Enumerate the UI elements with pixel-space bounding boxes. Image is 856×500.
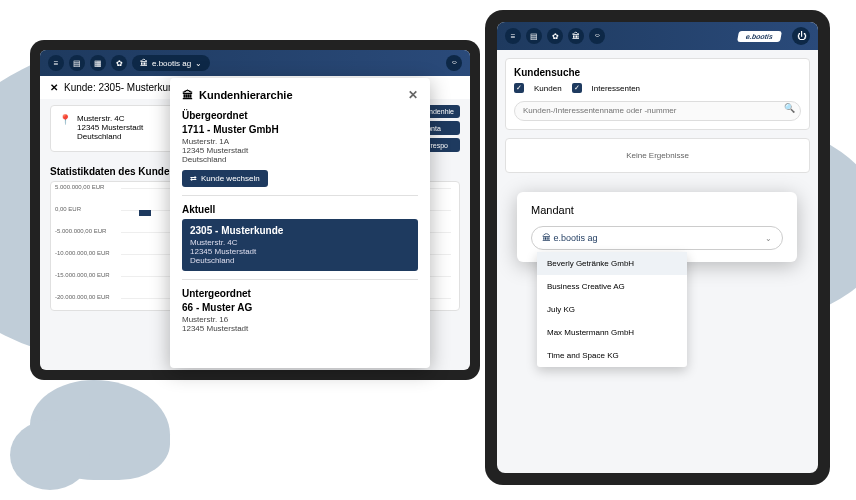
current-label: Aktuell xyxy=(182,204,418,215)
breadcrumb-text: Kunde: 2305- Musterkunde xyxy=(64,82,185,93)
screen-right: ≡ ▤ ✿ 🏛 ⌔ e.bootis ⏻ Kundensuche ✓ Kunde… xyxy=(497,22,818,473)
checkbox-customers-label: Kunden xyxy=(534,84,562,93)
tenant-selector[interactable]: 🏛 e.bootis ag ⌄ xyxy=(132,55,210,71)
mandant-dropdown: Beverly Getränke GmbH Business Creative … xyxy=(537,252,687,367)
child-label: Untergeordnet xyxy=(182,288,418,299)
y-tick: 5.000.000,00 EUR xyxy=(55,184,104,190)
current-street: Musterstr. 4C xyxy=(190,238,410,247)
mandant-dialog: Mandant 🏛 e.bootis ag ⌄ Beverly Getränke… xyxy=(517,192,797,262)
chevron-down-icon: ⌄ xyxy=(765,234,772,243)
building-icon: 🏛 xyxy=(140,59,148,68)
building-icon: 🏛 xyxy=(542,233,551,243)
search-icon[interactable]: 🔍 xyxy=(784,103,795,113)
no-results: Keine Ergebnisse xyxy=(505,138,810,173)
parent-street: Musterstr. 1A xyxy=(182,137,418,146)
menu-icon[interactable]: ≡ xyxy=(505,28,521,44)
mandant-selected: e.bootis ag xyxy=(554,233,598,243)
current-entity: 2305 - Musterkunde Musterstr. 4C 12345 M… xyxy=(182,219,418,271)
wifi-icon[interactable]: ⌔ xyxy=(589,28,605,44)
y-tick: -5.000.000,00 EUR xyxy=(55,228,106,234)
current-city: 12345 Musterstadt xyxy=(190,247,410,256)
parent-name[interactable]: 1711 - Muster GmbH xyxy=(182,124,418,135)
menu-icon[interactable]: ≡ xyxy=(48,55,64,71)
wifi-icon[interactable]: ⌔ xyxy=(446,55,462,71)
search-title: Kundensuche xyxy=(514,67,801,78)
y-tick: 0,00 EUR xyxy=(55,206,81,212)
building-icon[interactable]: 🏛 xyxy=(568,28,584,44)
calendar-icon[interactable]: ▦ xyxy=(90,55,106,71)
parent-city: 12345 Musterstadt xyxy=(182,146,418,155)
power-icon[interactable]: ⏻ xyxy=(792,27,810,45)
bank-icon: 🏛 xyxy=(182,89,193,101)
topbar-right: ≡ ▤ ✿ 🏛 ⌔ e.bootis ⏻ xyxy=(497,22,818,50)
swap-customer-button[interactable]: ⇄ Kunde wechseln xyxy=(182,170,268,187)
close-icon[interactable]: ✕ xyxy=(50,82,58,93)
checkbox-prospects[interactable]: ✓ xyxy=(572,83,582,93)
checkbox-prospects-label: Interessenten xyxy=(592,84,640,93)
y-tick: -20.000.000,00 EUR xyxy=(55,294,110,300)
mandant-option[interactable]: Beverly Getränke GmbH xyxy=(537,252,687,275)
mandant-option[interactable]: Business Creative AG xyxy=(537,275,687,298)
mandant-title: Mandant xyxy=(531,204,783,216)
mandant-option[interactable]: Max Mustermann GmbH xyxy=(537,321,687,344)
search-panel: Kundensuche ✓ Kunden ✓ Interessenten 🔍 xyxy=(505,58,810,130)
address-city: 12345 Musterstadt xyxy=(77,123,143,132)
y-tick: -10.000.000,00 EUR xyxy=(55,250,110,256)
brand-logo: e.bootis xyxy=(737,31,782,42)
hierarchy-dialog: 🏛 Kundenhierarchie ✕ Übergeordnet 1711 -… xyxy=(170,78,430,368)
y-tick: -15.000.000,00 EUR xyxy=(55,272,110,278)
current-name: 2305 - Musterkunde xyxy=(190,225,410,236)
checkbox-customers[interactable]: ✓ xyxy=(514,83,524,93)
address-street: Musterstr. 4C xyxy=(77,114,143,123)
child-street: Musterstr. 16 xyxy=(182,315,418,324)
chevron-down-icon: ⌄ xyxy=(195,59,202,68)
swap-icon: ⇄ xyxy=(190,174,197,183)
topbar: ≡ ▤ ▦ ✿ 🏛 e.bootis ag ⌄ ⌔ xyxy=(40,50,470,76)
pin-icon: 📍 xyxy=(59,114,71,143)
file-icon[interactable]: ▤ xyxy=(69,55,85,71)
tenant-label: e.bootis ag xyxy=(152,59,191,68)
mandant-select[interactable]: 🏛 e.bootis ag ⌄ xyxy=(531,226,783,250)
search-input[interactable] xyxy=(514,101,801,121)
chart-bar xyxy=(139,210,151,216)
file-icon[interactable]: ▤ xyxy=(526,28,542,44)
current-country: Deutschland xyxy=(190,256,410,265)
mandant-option[interactable]: Time and Space KG xyxy=(537,344,687,367)
mandant-option[interactable]: July KG xyxy=(537,298,687,321)
address-country: Deutschland xyxy=(77,132,143,141)
close-icon[interactable]: ✕ xyxy=(408,88,418,102)
tablet-portrait: ≡ ▤ ✿ 🏛 ⌔ e.bootis ⏻ Kundensuche ✓ Kunde… xyxy=(485,10,830,485)
child-name[interactable]: 66 - Muster AG xyxy=(182,302,418,313)
parent-country: Deutschland xyxy=(182,155,418,164)
gear-icon[interactable]: ✿ xyxy=(547,28,563,44)
dialog-title: Kundenhierarchie xyxy=(199,89,293,101)
parent-label: Übergeordnet xyxy=(182,110,418,121)
gear-icon[interactable]: ✿ xyxy=(111,55,127,71)
child-city: 12345 Musterstadt xyxy=(182,324,418,333)
